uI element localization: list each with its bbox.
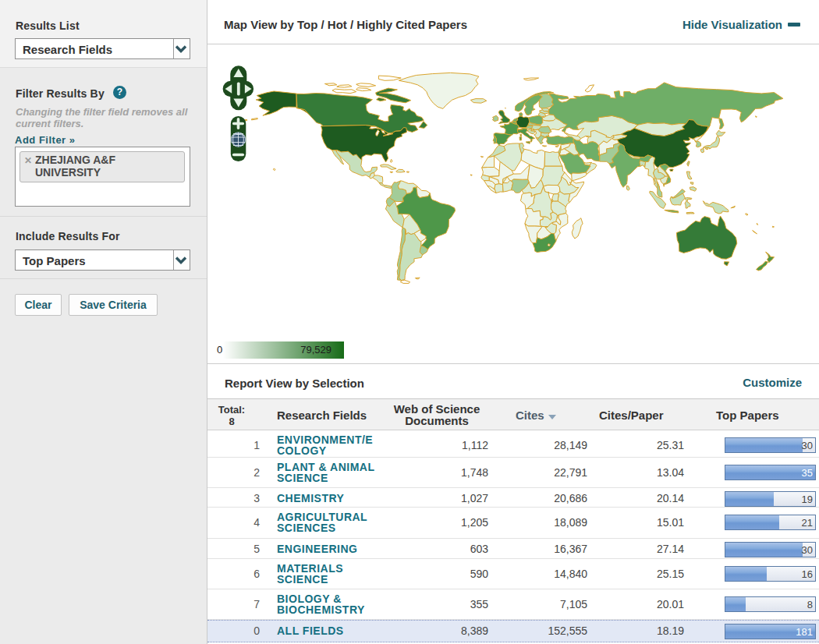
country-denmark[interactable]: [519, 113, 523, 117]
country-japan-shikoku[interactable]: [706, 148, 709, 150]
country-japan-kyushu[interactable]: [700, 149, 704, 153]
field-link[interactable]: PLANT & ANIMAL SCIENCE: [277, 462, 394, 483]
results-list-select[interactable]: Research Fields: [15, 38, 190, 59]
top-papers-header[interactable]: Top Papers: [716, 409, 779, 422]
country-philippines-luzon[interactable]: [686, 172, 692, 179]
country-malaysia[interactable]: [658, 182, 662, 197]
country-ivory[interactable]: [495, 184, 503, 193]
country-sardinia[interactable]: [519, 137, 522, 140]
country-solomon[interactable]: [746, 214, 748, 216]
country-sulawesi[interactable]: [685, 198, 692, 208]
country-kamchatka-isl[interactable]: [756, 116, 757, 118]
wos-documents-cell: 603: [410, 543, 488, 555]
pan-control[interactable]: [223, 65, 254, 110]
country-nz-north[interactable]: [766, 252, 775, 263]
country-taiwan[interactable]: [687, 161, 690, 167]
country-sicily[interactable]: [526, 142, 530, 144]
country-indo-east[interactable]: [686, 212, 694, 214]
country-sakhalin[interactable]: [719, 119, 724, 129]
country-jamaica[interactable]: [390, 172, 392, 172]
country-svalbard[interactable]: [523, 78, 538, 80]
country-hainan[interactable]: [670, 169, 673, 172]
bar-fill: [725, 567, 767, 581]
filter-box[interactable]: ✕ ZHEJIANG A&F UNIVERSITY: [15, 147, 190, 207]
rank-cell: 1: [207, 439, 260, 451]
research-fields-header[interactable]: Research Fields: [277, 409, 367, 422]
country-tasmania[interactable]: [724, 262, 729, 266]
country-fiji[interactable]: [772, 226, 774, 228]
field-link[interactable]: ENVIRONMENT/E COLOGY: [277, 434, 394, 456]
country-cuba[interactable]: [381, 165, 397, 170]
country-vanuatu[interactable]: [757, 223, 757, 225]
remove-filter-icon[interactable]: ✕: [24, 155, 32, 166]
hide-visualization-link[interactable]: Hide Visualization: [682, 18, 800, 31]
country-skorea[interactable]: [695, 141, 701, 147]
country-bahamas[interactable]: [390, 159, 392, 162]
help-icon[interactable]: ?: [113, 86, 126, 99]
field-link[interactable]: AGRICULTURAL SCIENCES: [277, 511, 394, 533]
add-filter-link[interactable]: Add Filter »: [15, 134, 76, 146]
country-arctic-isl-3[interactable]: [324, 83, 336, 86]
report-header: Report View by Selection Customize: [207, 363, 819, 398]
country-corsica[interactable]: [520, 134, 522, 136]
country-wsahara[interactable]: [482, 156, 495, 168]
country-ireland[interactable]: [492, 115, 498, 121]
country-arctic-isl-1[interactable]: [356, 83, 376, 87]
country-croatia-slov[interactable]: [527, 129, 535, 134]
include-results-select[interactable]: Top Papers: [15, 249, 190, 271]
country-java[interactable]: [665, 210, 679, 213]
country-newguinea[interactable]: [703, 201, 729, 214]
field-link[interactable]: ENGINEERING: [277, 543, 394, 554]
country-ellesmere[interactable]: [378, 76, 401, 80]
country-hispaniola[interactable]: [396, 169, 406, 172]
country-crete[interactable]: [542, 146, 546, 147]
wos-documents-cell: 1,112: [410, 439, 488, 451]
save-criteria-button[interactable]: Save Criteria: [69, 294, 158, 316]
field-link[interactable]: MATERIALS SCIENCE: [277, 563, 394, 585]
country-australia[interactable]: [676, 216, 737, 259]
country-france[interactable]: [500, 122, 519, 135]
country-costa-panama[interactable]: [379, 182, 392, 188]
country-puerto-rico[interactable]: [407, 172, 410, 172]
cites-header[interactable]: Cites: [516, 409, 556, 422]
country-png-newbritain[interactable]: [731, 206, 735, 208]
field-link[interactable]: ALL FIELDS: [277, 625, 394, 636]
country-greenland[interactable]: [399, 73, 479, 108]
field-link[interactable]: CHEMISTRY: [277, 493, 394, 504]
country-madagascar[interactable]: [572, 218, 583, 239]
country-hawaii[interactable]: [273, 168, 275, 171]
country-iceland[interactable]: [470, 99, 487, 104]
wos-documents-header[interactable]: Web of Science Documents: [386, 403, 488, 426]
country-novaya-zemlya[interactable]: [585, 85, 594, 92]
country-arctic-isl-2[interactable]: [337, 85, 352, 87]
country-srilanka[interactable]: [627, 186, 630, 190]
table-row: 6MATERIALS SCIENCE59014,84025.1516: [207, 559, 819, 589]
country-philippines-visayas[interactable]: [690, 182, 693, 185]
cites-cell: 16,367: [509, 543, 587, 555]
country-victoria-isl[interactable]: [332, 89, 356, 94]
field-link[interactable]: BIOLOGY & BIOCHEMISTRY: [277, 593, 394, 615]
map-controls: [207, 44, 270, 169]
country-philippines-mindanao[interactable]: [690, 187, 697, 192]
country-canary[interactable]: [480, 157, 483, 157]
country-newfoundland[interactable]: [419, 122, 427, 129]
country-arctic-isl-4[interactable]: [356, 88, 371, 91]
clear-button[interactable]: Clear: [15, 294, 62, 316]
country-uk[interactable]: [498, 111, 509, 124]
country-tdf[interactable]: [400, 280, 410, 283]
country-nz-south[interactable]: [757, 261, 768, 271]
country-japan-hokkaido[interactable]: [716, 130, 725, 136]
cites-per-paper-header[interactable]: Cites/Paper: [599, 409, 664, 422]
country-uk-shetland[interactable]: [505, 108, 506, 108]
country-switzerland[interactable]: [517, 129, 523, 130]
zoom-control[interactable]: [231, 116, 246, 161]
country-arctic-isl-5[interactable]: [377, 97, 386, 101]
country-cyprus[interactable]: [555, 146, 558, 147]
country-falklands[interactable]: [415, 278, 420, 279]
country-capeverde[interactable]: [470, 175, 472, 175]
country-japan-honshu[interactable]: [703, 136, 720, 149]
country-yemen[interactable]: [572, 172, 587, 181]
country-newcaledonia[interactable]: [753, 231, 757, 235]
customize-link[interactable]: Customize: [743, 376, 802, 389]
country-honduras-nic[interactable]: [373, 175, 383, 183]
